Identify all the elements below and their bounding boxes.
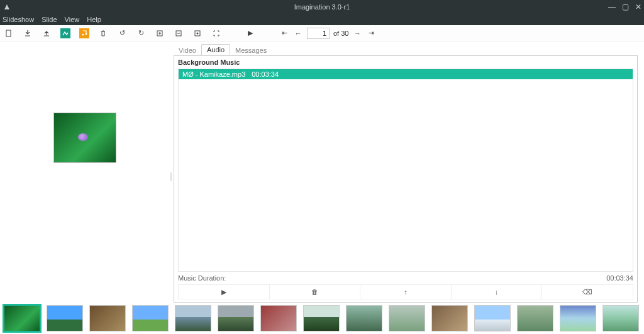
svg-point-6 [197, 32, 199, 34]
last-slide-icon[interactable]: ⇥ [366, 28, 376, 38]
svg-rect-0 [6, 30, 11, 36]
play-icon[interactable]: ▶ [245, 28, 255, 38]
first-slide-icon[interactable]: ⇤ [279, 28, 289, 38]
menubar: Slideshow Slide View Help [0, 14, 644, 25]
background-music-label: Background Music [174, 56, 637, 69]
preview-image [53, 113, 116, 163]
thumbnail[interactable] [431, 305, 468, 331]
menu-slide[interactable]: Slide [42, 16, 57, 23]
thumbnail[interactable] [602, 305, 639, 331]
audio-track-list[interactable]: MØ - Kamikaze.mp3 00:03:34 [178, 69, 633, 272]
thumbnail[interactable] [4, 305, 40, 331]
tab-messages[interactable]: Messages [230, 45, 272, 55]
tab-video[interactable]: Video [174, 45, 201, 55]
right-panel: Video Audio Messages Background Music MØ… [172, 42, 644, 303]
audio-track-row[interactable]: MØ - Kamikaze.mp3 00:03:34 [179, 69, 633, 79]
thumbnail[interactable] [175, 305, 211, 331]
zoom-fit-icon[interactable] [192, 28, 203, 38]
thumbnail[interactable] [474, 305, 511, 331]
splitter[interactable] [170, 42, 172, 303]
zoom-out-icon[interactable] [174, 28, 184, 38]
thumbnail[interactable] [517, 305, 553, 331]
thumbnail[interactable] [346, 305, 382, 331]
music-duration-label: Music Duration: [178, 274, 226, 282]
total-slides-label: of 30 [333, 30, 348, 37]
import-icon[interactable] [23, 28, 33, 38]
audio-play-button[interactable]: ▶ [179, 285, 269, 299]
music-duration-value: 00:03:34 [606, 274, 633, 282]
export-icon[interactable] [42, 28, 52, 38]
audio-delete-button[interactable]: 🗑 [269, 285, 360, 299]
rotate-ccw-icon[interactable]: ↺ [117, 28, 127, 38]
thumbnail[interactable] [218, 305, 254, 331]
thumbnail[interactable] [303, 305, 340, 331]
svg-point-1 [82, 33, 84, 35]
current-slide-input[interactable] [307, 28, 330, 39]
fullscreen-icon[interactable] [211, 28, 221, 38]
menu-slideshow[interactable]: Slideshow [3, 16, 34, 23]
thumbnail[interactable] [560, 305, 596, 331]
slide-preview [0, 42, 170, 303]
audio-buttons: ▶ 🗑 ↑ ↓ ⌫ [178, 284, 633, 299]
menu-help[interactable]: Help [87, 16, 101, 23]
main-area: Video Audio Messages Background Music MØ… [0, 42, 644, 303]
audio-clear-button[interactable]: ⌫ [541, 285, 633, 299]
tabs: Video Audio Messages [174, 44, 638, 55]
svg-point-2 [86, 33, 87, 35]
titlebar: Imagination 3.0-r1 — ▢ ✕ [0, 0, 644, 14]
toolbar: ↺ ↻ ▶ ⇤ ← of 30 → ⇥ [0, 25, 644, 42]
media-icon[interactable] [60, 28, 70, 38]
audio-move-down-button[interactable]: ↓ [451, 285, 542, 299]
tab-audio[interactable]: Audio [201, 44, 230, 55]
audio-panel: Background Music MØ - Kamikaze.mp3 00:03… [174, 55, 638, 303]
thumbnail-strip[interactable] [0, 303, 644, 334]
thumbnail[interactable] [389, 305, 425, 331]
audio-move-up-button[interactable]: ↑ [360, 285, 451, 299]
audio-track-duration: 00:03:34 [252, 70, 279, 78]
thumbnail[interactable] [47, 305, 83, 331]
thumbnail[interactable] [132, 305, 169, 331]
prev-slide-icon[interactable]: ← [293, 28, 303, 38]
new-icon[interactable] [4, 28, 14, 38]
delete-icon[interactable] [98, 28, 108, 38]
close-icon[interactable]: ✕ [635, 3, 641, 11]
zoom-in-icon[interactable] [155, 28, 165, 38]
thumbnail[interactable] [260, 305, 297, 331]
maximize-icon[interactable]: ▢ [622, 3, 629, 11]
menu-view[interactable]: View [65, 16, 80, 23]
window-title: Imagination 3.0-r1 [0, 3, 644, 11]
thumbnail[interactable] [89, 305, 126, 331]
audio-track-name: MØ - Kamikaze.mp3 [182, 70, 245, 78]
next-slide-icon[interactable]: → [352, 28, 362, 38]
music-icon[interactable] [79, 28, 89, 38]
imagination-icon [3, 3, 11, 11]
rotate-cw-icon[interactable]: ↻ [136, 28, 146, 38]
minimize-icon[interactable]: — [608, 3, 616, 11]
